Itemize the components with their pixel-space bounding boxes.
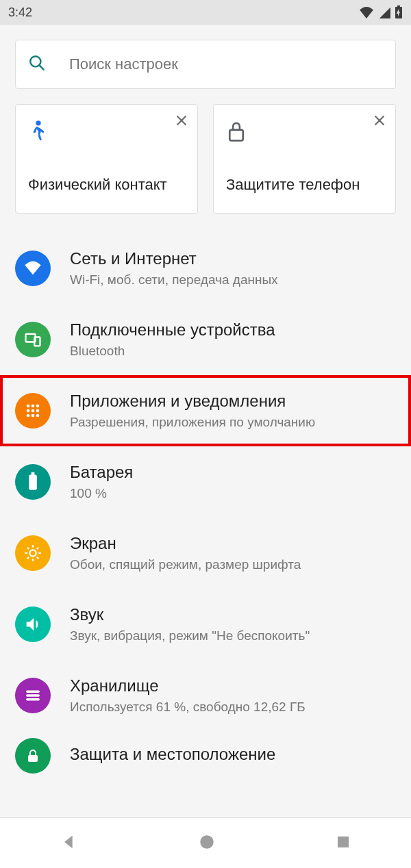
svg-rect-37	[338, 837, 349, 847]
svg-rect-22	[32, 472, 35, 476]
svg-point-23	[29, 550, 36, 556]
storage-icon	[15, 678, 51, 713]
svg-point-14	[36, 405, 40, 408]
item-subtitle: Разрешения, приложения по умолчанию	[70, 414, 396, 431]
status-bar: 3:42	[0, 0, 411, 25]
item-storage[interactable]: Хранилище Используется 61 %, свободно 12…	[0, 660, 411, 731]
nav-back[interactable]	[60, 832, 79, 854]
svg-point-19	[32, 414, 35, 418]
close-icon[interactable]	[372, 113, 387, 131]
nav-bar	[0, 817, 411, 868]
item-title: Звук	[70, 604, 396, 625]
svg-line-28	[27, 548, 29, 549]
status-time: 3:42	[8, 5, 32, 20]
item-title: Подключенные устройства	[70, 319, 396, 340]
svg-line-30	[27, 557, 29, 559]
item-subtitle: Используется 61 %, свободно 12,62 ГБ	[70, 699, 396, 716]
card-physical-contact[interactable]: Физический контакт	[15, 104, 198, 214]
item-display[interactable]: Экран Обои, спящий режим, размер шрифта	[0, 518, 411, 589]
item-title: Сеть и Интернет	[70, 248, 396, 269]
card-protect-phone[interactable]: Защитите телефон	[213, 104, 396, 214]
signal-icon	[378, 6, 390, 18]
search-icon	[28, 54, 46, 75]
svg-point-15	[27, 409, 30, 413]
item-apps-notifications[interactable]: Приложения и уведомления Разрешения, при…	[0, 375, 411, 446]
suggestion-cards: Физический контакт Защитите телефон	[15, 104, 396, 214]
item-battery[interactable]: Батарея 100 %	[0, 446, 411, 518]
search-placeholder: Поиск настроек	[69, 55, 178, 73]
svg-line-31	[37, 548, 38, 549]
svg-point-13	[32, 405, 35, 408]
svg-line-3	[39, 65, 43, 69]
item-subtitle: Wi-Fi, моб. сети, передача данных	[70, 272, 396, 289]
wifi-icon	[359, 6, 374, 18]
item-title: Защита и местоположение	[70, 743, 396, 765]
brightness-icon	[15, 535, 51, 571]
svg-line-29	[37, 557, 38, 559]
item-title: Приложения и уведомления	[70, 390, 396, 411]
svg-point-16	[32, 409, 35, 413]
item-sound[interactable]: Звук Звук, вибрация, режим "Не беспокоит…	[0, 589, 411, 660]
devices-icon	[15, 322, 51, 357]
battery-icon	[15, 464, 51, 500]
svg-point-20	[36, 414, 40, 418]
svg-rect-21	[29, 475, 37, 490]
item-subtitle: Bluetooth	[70, 343, 396, 360]
item-title: Батарея	[70, 461, 396, 483]
svg-rect-9	[229, 130, 242, 141]
card-title: Защитите телефон	[226, 175, 383, 195]
svg-point-17	[36, 409, 40, 413]
lock-icon	[15, 738, 51, 774]
item-connected-devices[interactable]: Подключенные устройства Bluetooth	[0, 304, 411, 375]
svg-rect-1	[397, 5, 400, 8]
wifi-icon	[15, 251, 51, 286]
svg-point-18	[27, 414, 30, 418]
item-security-location[interactable]: Защита и местоположение	[0, 731, 411, 774]
item-subtitle: Звук, вибрация, режим "Не беспокоить"	[70, 628, 396, 645]
svg-point-12	[27, 405, 30, 408]
item-title: Хранилище	[70, 675, 396, 696]
search-bar[interactable]: Поиск настроек	[15, 40, 396, 89]
svg-rect-35	[28, 755, 38, 762]
close-icon[interactable]	[174, 113, 189, 131]
nav-home[interactable]	[198, 833, 216, 854]
lock-icon	[226, 120, 383, 146]
walking-icon	[28, 120, 185, 146]
nav-recent[interactable]	[335, 834, 351, 853]
svg-point-6	[36, 120, 40, 125]
volume-icon	[15, 607, 51, 642]
item-subtitle: 100 %	[70, 485, 396, 502]
item-network[interactable]: Сеть и Интернет Wi-Fi, моб. сети, переда…	[0, 233, 411, 304]
item-subtitle: Обои, спящий режим, размер шрифта	[70, 557, 396, 574]
svg-point-36	[200, 835, 214, 849]
card-title: Физический контакт	[28, 175, 185, 195]
apps-icon	[15, 393, 51, 429]
battery-icon	[395, 5, 403, 19]
settings-list: Сеть и Интернет Wi-Fi, моб. сети, переда…	[0, 233, 411, 817]
item-title: Экран	[70, 533, 396, 554]
status-icons	[359, 5, 403, 19]
